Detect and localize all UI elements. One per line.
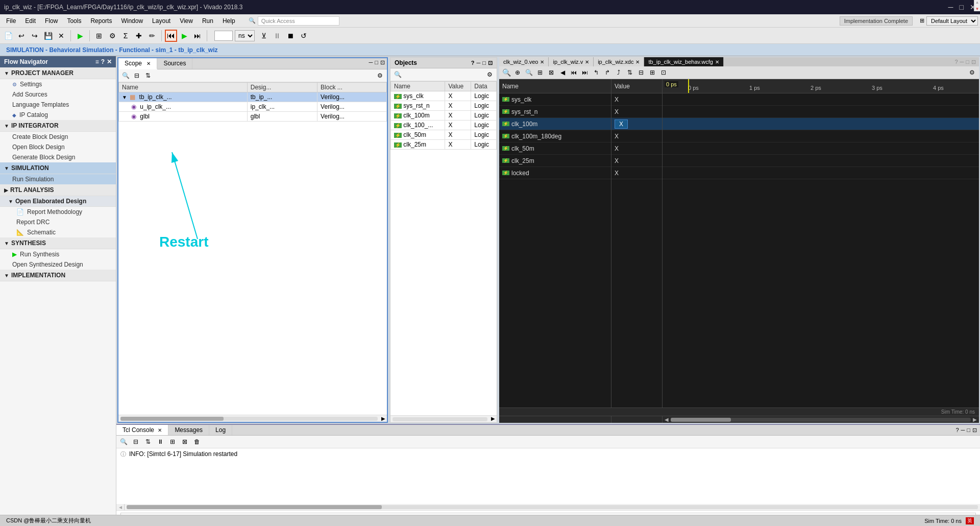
nav-item-create-block-design[interactable]: Create Block Design — [0, 132, 116, 142]
wv-panel-help[interactable]: ? — [954, 59, 958, 65]
tcl-restore-btn[interactable]: □ — [967, 427, 970, 434]
table-row[interactable]: ⚡ clk_25m X Logic — [391, 140, 497, 150]
wave-row-locked[interactable]: ⚡ locked — [499, 167, 611, 179]
scope-search-button[interactable]: 🔍 — [120, 70, 131, 81]
nav-section-ip-integrator[interactable]: ▼ IP INTEGRATOR Create Block Design Open… — [0, 120, 116, 162]
tcl-horizontal-scroll[interactable] — [125, 504, 980, 510]
pencil-button[interactable]: ✏ — [146, 30, 158, 42]
wv-prev-signal[interactable]: ↰ — [591, 67, 601, 78]
pause-button[interactable]: ⏸ — [271, 30, 283, 42]
nav-item-generate-block-design[interactable]: Generate Block Design — [0, 152, 116, 162]
nav-item-language-templates[interactable]: Language Templates — [0, 100, 116, 110]
tcl-tab-console[interactable]: Tcl Console ✕ — [116, 425, 168, 435]
undo-button[interactable]: ↩ — [15, 30, 28, 42]
nav-item-open-block-design[interactable]: Open Block Design — [0, 142, 116, 152]
compile-button[interactable]: ⊞ — [93, 30, 105, 42]
wv-next-signal[interactable]: ↱ — [602, 67, 612, 78]
tcl-grid-btn[interactable]: ⊠ — [180, 437, 190, 447]
table-row[interactable]: ⚡ sys_rst_n X Logic — [391, 101, 497, 111]
wave-row-clk-100m[interactable]: ⚡ clk_100m — [499, 118, 611, 130]
restart-simulation-button[interactable]: ⏮ — [165, 30, 177, 42]
wv-zoom-in[interactable]: 🔍 — [501, 67, 511, 78]
wv-panel-maximize[interactable]: ⊡ — [971, 59, 976, 65]
menu-run[interactable]: Run — [198, 16, 217, 26]
menu-file[interactable]: File — [2, 16, 20, 26]
sim-unit-select[interactable]: ns ps us — [235, 30, 255, 41]
menu-flow[interactable]: Flow — [41, 16, 62, 26]
close-file-button[interactable]: ✕ — [55, 30, 67, 42]
minimize-button[interactable]: ─ — [948, 3, 953, 11]
nav-section-rtl-analysis-title[interactable]: ▶ RTL ANALYSIS — [0, 184, 116, 196]
save-button[interactable]: 💾 — [42, 30, 54, 42]
objects-maximize-icon[interactable]: ⊡ — [488, 60, 493, 66]
nav-item-schematic[interactable]: 📐 Schematic — [0, 227, 116, 237]
objects-scroll-track[interactable] — [393, 417, 487, 421]
wave-scroll-left-btn[interactable]: ◀ — [665, 417, 669, 422]
wave-scroll-right-btn[interactable]: ▶ — [973, 417, 977, 422]
nav-item-report-drc[interactable]: Report DRC — [0, 217, 116, 227]
wv-zoom-out[interactable]: 🔍 — [524, 67, 534, 78]
scope-sort-button[interactable]: ⇅ — [143, 70, 153, 81]
send-to-back-button[interactable]: ⊻ — [258, 30, 270, 42]
nav-item-ip-catalog[interactable]: ◆ IP Catalog — [0, 110, 116, 120]
wave-row-clk-50m[interactable]: ⚡ clk_50m — [499, 142, 611, 155]
wv-settings-icon[interactable]: ⚙ — [967, 67, 977, 78]
tcl-minimize-btn[interactable]: ─ — [961, 427, 965, 434]
tcl-filter-btn[interactable]: ⊟ — [131, 437, 141, 447]
run-button[interactable]: ▶ — [74, 30, 86, 42]
objects-minimize-icon[interactable]: ─ — [477, 60, 481, 66]
wv-tab-clk-wiz-veo[interactable]: clk_wiz_0.veo ✕ — [499, 57, 549, 66]
wv-tab-ip-clk-wiz-v[interactable]: ip_clk_wiz.v ✕ — [549, 57, 594, 66]
wv-tab-tb-wcfg-close[interactable]: ✕ — [715, 59, 719, 65]
scope-horizontal-scroll[interactable] — [120, 417, 378, 421]
table-row[interactable]: ⚡ clk_50m X Logic — [391, 130, 497, 140]
wave-row-sys-rst[interactable]: ⚡ sys_rst_n — [499, 106, 611, 118]
flow-nav-close-icon[interactable]: ✕ — [107, 58, 112, 65]
objects-search-button[interactable]: 🔍 — [393, 69, 403, 80]
menu-tools[interactable]: Tools — [63, 16, 85, 26]
tab-scope-close[interactable]: ✕ — [146, 61, 151, 66]
wv-next-edge[interactable]: ⏭ — [580, 67, 590, 78]
wave-row-clk-100m-180[interactable]: ⚡ clk_100m_180deg — [499, 130, 611, 142]
tcl-tab-console-close[interactable]: ✕ — [158, 427, 162, 433]
wv-tab-ip-clk-wiz-xdc-close[interactable]: ✕ — [635, 59, 640, 65]
flow-nav-collapse-icon[interactable]: ≡ — [95, 58, 99, 65]
objects-help-icon[interactable]: ? — [471, 60, 475, 66]
wv-add-marker[interactable]: ⊕ — [512, 67, 523, 78]
redo-button[interactable]: ↪ — [29, 30, 41, 42]
scope-filter-button[interactable]: ⊟ — [132, 70, 142, 81]
stop-button[interactable]: ⏹ — [284, 30, 297, 42]
menu-reports[interactable]: Reports — [86, 16, 116, 26]
nav-subsection-open-elaborated-design[interactable]: ▼ Open Elaborated Design — [0, 196, 116, 207]
nav-section-project-manager[interactable]: ▼ PROJECT MANAGER ⚙ Settings Add Sources… — [0, 67, 116, 120]
settings-button[interactable]: ⚙ — [106, 30, 118, 42]
nav-section-synthesis[interactable]: ▼ SYNTHESIS ▶ Run Synthesis Open Synthes… — [0, 237, 116, 270]
restart2-button[interactable]: ↺ — [298, 30, 310, 42]
title-bar-controls[interactable]: ─ □ ✕ — [948, 3, 976, 11]
wv-tab-ip-clk-wiz-v-close[interactable]: ✕ — [585, 59, 589, 65]
nav-section-implementation-title[interactable]: ▼ IMPLEMENTATION — [0, 270, 116, 281]
nav-item-run-simulation[interactable]: Run Simulation — [0, 174, 116, 184]
wv-zoom-fit[interactable]: ⊞ — [535, 67, 545, 78]
wave-row-clk-25m[interactable]: ⚡ clk_25m — [499, 155, 611, 167]
add-wave-button[interactable]: ✚ — [133, 30, 145, 42]
play-simulation-button[interactable]: ▶ — [178, 30, 190, 42]
nav-item-report-methodology[interactable]: 📄 Report Methodology — [0, 207, 116, 217]
tcl-trash-btn[interactable]: 🗑 — [192, 437, 202, 447]
sim-time-input[interactable]: 10 — [214, 31, 233, 41]
wv-tab-clk-wiz-veo-close[interactable]: ✕ — [540, 59, 544, 65]
table-row[interactable]: ⚡ clk_100m X Logic — [391, 111, 497, 121]
nav-item-run-synthesis[interactable]: ▶ Run Synthesis — [0, 249, 116, 259]
flow-nav-help-icon[interactable]: ? — [101, 58, 105, 65]
nav-section-simulation-title[interactable]: ▼ SIMULATION — [0, 162, 116, 174]
step-over-button[interactable]: ⏭ — [191, 30, 204, 42]
table-row[interactable]: ⚡ sys_clk X Logic — [391, 91, 497, 101]
tcl-search-btn[interactable]: 🔍 — [118, 437, 129, 447]
layout-dropdown[interactable]: Default Layout — [926, 16, 978, 26]
scope-panel-minimize[interactable]: ─ — [369, 59, 373, 68]
nav-section-rtl-analysis[interactable]: ▶ RTL ANALYSIS ▼ Open Elaborated Design … — [0, 184, 116, 237]
nav-item-open-synthesized-design[interactable]: Open Synthesized Design — [0, 259, 116, 270]
wv-full-view[interactable]: ⊠ — [546, 67, 556, 78]
scope-panel-restore[interactable]: □ — [375, 59, 378, 68]
table-row[interactable]: ◉ glbl glbl Verilog... — [119, 112, 387, 122]
